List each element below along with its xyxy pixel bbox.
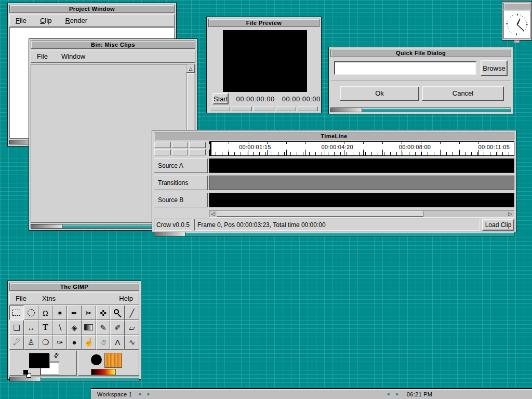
tool-figure[interactable]: ☃ xyxy=(96,335,111,350)
preview-controls: Start 00:00:00:00 00:00:00:00 xyxy=(208,92,320,105)
tool-eraser[interactable]: ▱ xyxy=(125,320,139,335)
resize-bar[interactable] xyxy=(185,232,514,236)
menu-clip[interactable]: Clip xyxy=(40,17,51,24)
slider-segment[interactable] xyxy=(232,107,252,111)
clock-prev-icon[interactable]: ◄ xyxy=(386,392,390,396)
tool-dodge-burn[interactable]: ● xyxy=(67,335,82,350)
default-colors-icon[interactable] xyxy=(23,370,28,375)
dialog-resizebar[interactable] xyxy=(330,108,511,112)
timeline-main: 00:00:01:15 00:00:04:20 00:00:08:00 00:0… xyxy=(154,141,514,218)
scroll-right-icon[interactable]: ▷ xyxy=(507,210,514,217)
timeline-mini-button[interactable] xyxy=(172,142,189,148)
resize-grip[interactable] xyxy=(31,224,62,228)
ok-button[interactable]: Ok xyxy=(340,86,419,101)
bin-window-titlebar[interactable]: Bin: Misc Clips xyxy=(31,41,195,49)
file-preview-titlebar[interactable]: File Preview xyxy=(208,19,320,27)
tool-fuzzy-select[interactable]: ✶ xyxy=(52,305,67,320)
tool-blend[interactable] xyxy=(82,320,96,335)
resize-grip[interactable] xyxy=(10,377,41,381)
swap-colors-icon[interactable]: ⇄ xyxy=(52,351,61,360)
scroll-left-icon[interactable]: ◁ xyxy=(209,210,217,217)
brush-preview[interactable] xyxy=(91,354,102,365)
tool-move[interactable]: ✜ xyxy=(96,305,111,320)
path-curve-icon: ∿ xyxy=(129,338,136,346)
file-path-input[interactable] xyxy=(334,61,476,75)
slider-segment[interactable] xyxy=(298,107,318,111)
gimp-titlebar[interactable]: The GIMP xyxy=(9,283,139,291)
tool-airbrush[interactable]: ☄ xyxy=(9,335,24,350)
menu-xtns[interactable]: Xtns xyxy=(42,295,56,302)
menu-render[interactable]: Render xyxy=(65,17,87,24)
timeline-mini-button[interactable] xyxy=(189,142,206,148)
tool-text[interactable]: T xyxy=(38,320,53,335)
tool-bucket-fill[interactable]: ◈ xyxy=(67,320,82,335)
slider-segment[interactable] xyxy=(276,107,296,111)
tool-color-picker[interactable]: ∖ xyxy=(52,320,67,335)
tool-ink[interactable]: ✑ xyxy=(52,335,67,350)
start-button[interactable]: Start xyxy=(212,93,229,104)
timeline-horizontal-scrollbar[interactable]: ◁ ▷ xyxy=(209,210,514,218)
project-window-titlebar[interactable]: Project Window xyxy=(9,5,175,13)
tool-ellipse-select[interactable] xyxy=(24,305,38,320)
workspace-next-icon[interactable]: ► xyxy=(147,392,151,396)
gradient-icon xyxy=(84,324,93,330)
tool-rect-select[interactable] xyxy=(9,305,24,320)
resize-bar[interactable] xyxy=(41,377,139,381)
timeline-mini-button[interactable] xyxy=(154,142,171,148)
pattern-preview[interactable] xyxy=(104,353,122,368)
track-transitions[interactable] xyxy=(209,176,514,190)
slider-segment[interactable] xyxy=(210,107,230,111)
timeline-mini-button[interactable] xyxy=(154,149,171,155)
tool-paintbrush[interactable]: ✐ xyxy=(110,320,125,335)
menu-file[interactable]: File xyxy=(37,52,48,60)
tool-crop[interactable]: ╱ xyxy=(125,305,139,320)
tool-clone[interactable]: ♙ xyxy=(24,335,38,350)
timeline-titlebar[interactable]: TimeLine xyxy=(154,132,514,140)
tool-path[interactable]: ∿ xyxy=(125,335,139,350)
gimp-toolbox-window: The GIMP File Xtns Help Ω ✶ ✒ ✂ ✜ ╱ ❏ ↔ … xyxy=(7,281,141,380)
tool-bezier-select[interactable]: ✒ xyxy=(67,305,82,320)
cancel-button[interactable]: Cancel xyxy=(422,86,504,101)
resize-bar[interactable] xyxy=(362,108,511,112)
preview-slider-track[interactable] xyxy=(208,107,320,111)
track-label-source-b: Source B xyxy=(154,193,208,207)
menu-file[interactable]: File xyxy=(16,17,26,24)
timeline-resizebar[interactable] xyxy=(154,232,514,236)
tool-measure[interactable]: Λ xyxy=(110,335,125,350)
clock-titlebar[interactable] xyxy=(503,3,530,9)
gradient-preview[interactable] xyxy=(91,369,116,375)
browse-button[interactable]: Browse xyxy=(481,60,508,76)
resize-grip[interactable] xyxy=(154,232,185,236)
tool-smudge[interactable]: ☝ xyxy=(82,335,96,350)
track-source-a[interactable] xyxy=(209,158,514,173)
clock-next-icon[interactable]: ► xyxy=(395,392,400,396)
timeline-ruler[interactable]: 00:00:01:15 00:00:04:20 00:00:08:00 00:0… xyxy=(209,141,514,156)
tool-scissors[interactable]: ✂ xyxy=(82,305,96,320)
tool-flip[interactable]: ↔ xyxy=(24,320,38,335)
eraser-icon: ▱ xyxy=(129,324,135,331)
resize-grip[interactable] xyxy=(331,108,362,112)
track-source-b[interactable] xyxy=(209,193,514,207)
tool-convolve[interactable]: ❍ xyxy=(38,335,53,350)
timecode-out: 00:00:00:00 xyxy=(282,95,321,103)
timeline-mini-button[interactable] xyxy=(172,149,189,155)
tool-magnify[interactable] xyxy=(110,305,125,320)
tool-free-select[interactable]: Ω xyxy=(38,305,53,320)
foreground-color-swatch[interactable] xyxy=(29,353,49,368)
ruler-label: 00:00:11:05 xyxy=(477,144,511,150)
menu-help[interactable]: Help xyxy=(119,295,133,302)
divider xyxy=(331,80,511,81)
workspace-prev-icon[interactable]: ◄ xyxy=(137,392,141,396)
scroll-thumb[interactable] xyxy=(217,211,423,217)
tool-transform[interactable]: ❏ xyxy=(9,320,24,335)
timeline-mini-button[interactable] xyxy=(189,149,206,155)
scroll-trough[interactable] xyxy=(423,210,507,217)
menu-window[interactable]: Window xyxy=(61,52,85,60)
tool-pencil[interactable]: ✎ xyxy=(96,320,111,335)
gimp-bottom-panel: ⇄ xyxy=(9,351,139,376)
load-clip-button[interactable]: Load Clip xyxy=(482,219,514,231)
quick-file-dialog-titlebar[interactable]: Quick File Dialog xyxy=(330,49,511,57)
menu-file[interactable]: File xyxy=(16,295,26,302)
scroll-up-button[interactable]: △ xyxy=(187,64,195,73)
slider-segment[interactable] xyxy=(254,107,274,111)
